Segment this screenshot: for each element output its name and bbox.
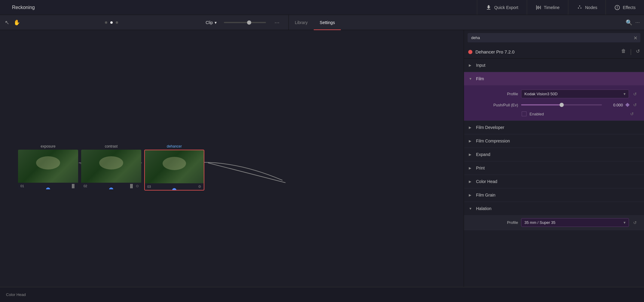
section-expand-title: Expand: [476, 152, 490, 157]
tab-settings[interactable]: Settings: [314, 15, 341, 30]
effects-label: Effects: [623, 5, 636, 10]
node-exposure-number: 01: [20, 184, 24, 188]
bottom-bar: Color Head: [0, 287, 644, 302]
section-film-developer-header[interactable]: ▶ Film Developer: [464, 121, 644, 134]
node-contrast-body: 02 ▐▌ ⊙: [81, 150, 141, 189]
toolbar-more-button[interactable]: ···: [270, 19, 284, 26]
push-pull-value: 0.000: [605, 103, 623, 107]
effects-button[interactable]: Effects: [606, 0, 644, 15]
profile-row: Profile Kodak Vision3 50D ▾ ↺: [470, 90, 638, 98]
nodes-button[interactable]: Nodes: [568, 0, 606, 15]
tab-library[interactable]: Library: [289, 15, 314, 30]
section-film-arrow: ▼: [469, 77, 474, 81]
section-film-compression-arrow: ▶: [469, 139, 474, 143]
enabled-checkbox[interactable]: [522, 111, 526, 116]
profile-dropdown[interactable]: Kodak Vision3 50D ▾: [521, 90, 629, 98]
node-dehancer-number: 03: [147, 185, 151, 188]
section-color-head: ▶ Color Head: [464, 175, 644, 188]
push-pull-fill: [521, 104, 562, 105]
section-print-header[interactable]: ▶ Print: [464, 161, 644, 175]
halation-content: Profile 35 mm / Super 35 ▾ ↺: [464, 215, 644, 230]
section-input: ▶ Input: [464, 59, 644, 72]
section-film-grain-arrow: ▶: [469, 193, 474, 197]
section-halation: ▼ Halation Profile 35 mm / Super 35 ▾ ↺: [464, 202, 644, 230]
section-film-compression-title: Film Compression: [476, 139, 510, 143]
film-content: Profile Kodak Vision3 50D ▾ ↺ Push/Pull …: [464, 85, 644, 120]
section-film-grain-header[interactable]: ▶ Film Grain: [464, 188, 644, 202]
halation-profile-row: Profile 35 mm / Super 35 ▾ ↺: [470, 218, 638, 227]
quick-export-icon: [486, 5, 492, 11]
profile-reset-button[interactable]: ↺: [632, 92, 638, 96]
svg-line-3: [208, 163, 285, 183]
nodes-icon: [577, 5, 583, 11]
profile-dropdown-arrow: ▾: [624, 92, 626, 96]
search-clear-button[interactable]: ✕: [633, 35, 637, 41]
top-header: Reckoning Quick Export Timeline Nodes Ef…: [0, 0, 644, 15]
push-pull-label: Push/Pull (Ev): [470, 103, 518, 107]
search-wrapper: ✕: [468, 33, 640, 42]
section-input-header[interactable]: ▶ Input: [464, 59, 644, 72]
section-halation-header[interactable]: ▼ Halation: [464, 202, 644, 215]
clip-slider-thumb: [247, 20, 251, 25]
halation-profile-dropdown[interactable]: 35 mm / Super 35 ▾: [521, 218, 629, 227]
node-contrast-bottom-connector: [109, 188, 113, 189]
node-dehancer-fx-icon: ⚙: [198, 185, 201, 189]
plugin-reset-button[interactable]: ↺: [636, 48, 640, 55]
tool-dots: [24, 21, 198, 24]
clip-slider[interactable]: [224, 22, 266, 23]
plugin-active-dot: [468, 50, 472, 54]
section-film-title: Film: [476, 76, 484, 81]
plugin-delete-button[interactable]: 🗑: [621, 48, 626, 55]
node-editor[interactable]: exposure 01 ▐▌: [0, 30, 464, 287]
push-pull-keyframe[interactable]: [625, 103, 630, 107]
section-expand-arrow: ▶: [469, 153, 474, 157]
node-exposure[interactable]: exposure 01 ▐▌: [18, 144, 78, 189]
section-film-developer-arrow: ▶: [469, 126, 474, 130]
section-film-grain-title: Film Grain: [476, 193, 496, 197]
timeline-button[interactable]: Timeline: [527, 0, 568, 15]
plugin-actions: 🗑 | ↺: [621, 48, 640, 55]
section-color-head-header[interactable]: ▶ Color Head: [464, 175, 644, 188]
halation-profile-reset-button[interactable]: ↺: [632, 220, 638, 225]
header-actions: Quick Export Timeline Nodes Effects: [477, 0, 644, 15]
node-dehancer-thumbnail: [145, 150, 204, 183]
halation-profile-dropdown-arrow: ▾: [624, 220, 626, 225]
section-print-arrow: ▶: [469, 166, 474, 170]
node-contrast[interactable]: contrast 02 ▐▌ ⊙: [81, 144, 141, 189]
pointer-tool[interactable]: ↖: [5, 19, 9, 26]
section-film: ▼ Film Profile Kodak Vision3 50D ▾ ↺: [464, 72, 644, 121]
section-halation-arrow: ▼: [469, 207, 474, 210]
node-contrast-thumbnail: [81, 150, 141, 183]
section-color-head-title: Color Head: [476, 179, 497, 184]
section-film-compression: ▶ Film Compression: [464, 134, 644, 148]
hand-tool[interactable]: ✋: [14, 19, 20, 26]
section-film-compression-header[interactable]: ▶ Film Compression: [464, 134, 644, 148]
section-print: ▶ Print: [464, 161, 644, 175]
panel-more-button[interactable]: ···: [635, 19, 640, 26]
node-contrast-number: 02: [84, 184, 87, 188]
push-pull-reset-button[interactable]: ↺: [632, 102, 638, 107]
search-input[interactable]: [468, 33, 640, 42]
node-contrast-label: contrast: [105, 144, 118, 148]
clip-selector[interactable]: Clip ▾: [203, 20, 220, 25]
section-input-title: Input: [476, 63, 485, 68]
panel-search-icon[interactable]: 🔍: [623, 19, 635, 26]
section-expand-header[interactable]: ▶ Expand: [464, 148, 644, 161]
sections-scroll[interactable]: ▶ Input ▼ Film Profile Kodak Vision3 50D: [464, 59, 644, 287]
toolbar-tools: ↖ ✋ Clip ▾ ···: [0, 19, 288, 26]
push-pull-slider[interactable]: [521, 104, 602, 105]
bottom-bar-title: Color Head: [6, 292, 26, 297]
enabled-reset-button[interactable]: ↺: [629, 111, 635, 116]
node-dehancer-label: dehancer: [167, 144, 182, 148]
toolbar: ↖ ✋ Clip ▾ ··· Library Settings 🔍 ···: [0, 15, 644, 30]
quick-export-button[interactable]: Quick Export: [477, 0, 526, 15]
nodes-label: Nodes: [585, 5, 597, 10]
section-film-header[interactable]: ▼ Film: [464, 72, 644, 85]
node-exposure-bar-icon: ▐▌: [71, 184, 76, 188]
node-dehancer[interactable]: dehancer 03 ⚙: [144, 144, 204, 191]
timeline-icon: [536, 5, 542, 11]
node-contrast-bar-icon: ▐▌: [129, 184, 134, 188]
dot-1: [105, 21, 107, 24]
app-title: Reckoning: [0, 5, 90, 10]
effects-icon: [614, 5, 620, 11]
